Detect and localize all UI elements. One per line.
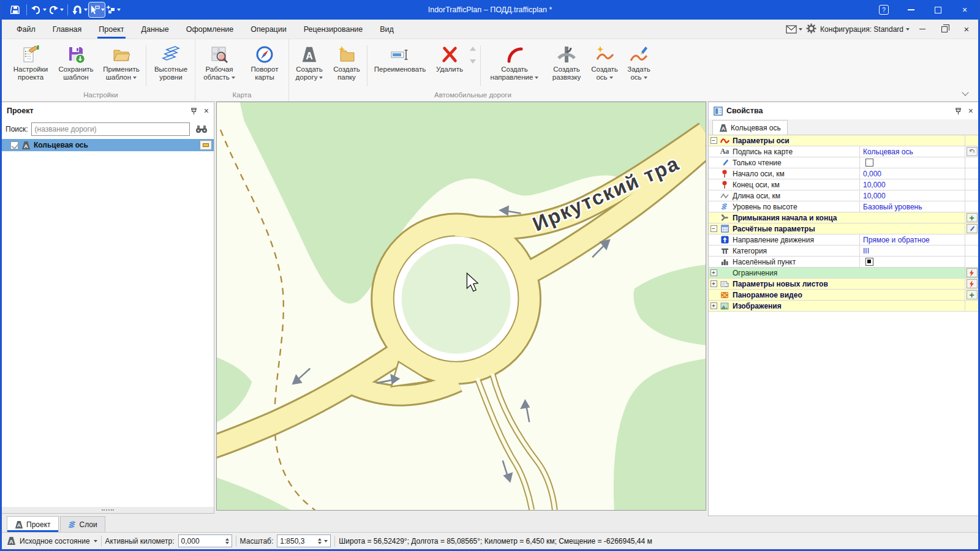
tab-project-panel[interactable]: A Проект (7, 516, 59, 532)
create-folder-button[interactable]: Создать папку (328, 42, 365, 90)
property-row-map-label[interactable]: Аа Подпись на карте Кольцевая ось (709, 146, 978, 157)
property-row-category[interactable]: Категория III (709, 246, 978, 257)
state-selector[interactable]: Исходное состояние (20, 537, 97, 545)
undo-value-button[interactable] (967, 147, 978, 156)
save-button[interactable] (8, 2, 23, 17)
pin-icon[interactable] (954, 107, 962, 115)
project-settings-button[interactable]: Настройки проекта (8, 42, 53, 90)
help-button[interactable]: ? (870, 0, 897, 20)
tab-view[interactable]: Вид (371, 20, 402, 39)
properties-object-tab[interactable]: A Кольцевая ось (712, 120, 788, 135)
rename-mode-button[interactable] (89, 2, 105, 17)
settlement-checkbox[interactable] (865, 258, 873, 266)
close-button[interactable]: × (951, 0, 978, 20)
quick-sheets-button[interactable] (967, 279, 978, 288)
spinner-arrows[interactable] (318, 538, 322, 544)
save-template-button[interactable]: Сохранить шаблон (53, 42, 99, 90)
property-group-panoramic-video[interactable]: Панорамное видео + (709, 290, 978, 301)
feedback-button[interactable] (786, 25, 802, 34)
tab-home[interactable]: Главная (44, 20, 91, 39)
property-row-traffic-direction[interactable]: Направление движения Прямое и обратное (709, 234, 978, 246)
create-road-button[interactable]: A Создать дорогу (290, 42, 328, 90)
restore-button[interactable] (935, 20, 954, 39)
apply-template-button[interactable]: Применить шаблон (99, 42, 144, 90)
length-icon (718, 192, 731, 200)
move-up-icon[interactable] (470, 47, 476, 51)
map-canvas[interactable]: Иркутский тра (216, 102, 706, 511)
minimize-ribbon-button[interactable] (913, 20, 932, 39)
close-document-button[interactable]: × (957, 20, 976, 39)
search-input[interactable] (31, 122, 190, 136)
property-group-restrictions[interactable]: + Ограничения (709, 268, 978, 279)
display-options-button[interactable] (106, 2, 121, 17)
tab-file[interactable]: Файл (8, 20, 44, 39)
active-km-spinner[interactable]: 0,000 (178, 534, 232, 547)
panel-resize-handle[interactable] (2, 507, 214, 513)
undo-button[interactable] (31, 2, 47, 17)
collapse-ribbon-button[interactable] (961, 89, 970, 97)
property-row-readonly[interactable]: Только чтение (709, 157, 978, 168)
create-direction-button[interactable]: Создать направление (483, 42, 546, 90)
property-row-axis-start[interactable]: Начало оси, км 0,000 (709, 168, 978, 179)
scale-spinner[interactable]: 1:850,3 (277, 534, 331, 547)
quick-restrictions-button[interactable] (967, 268, 978, 277)
map-rotation-button[interactable]: Поворот карты (242, 42, 287, 90)
close-icon[interactable]: × (204, 106, 209, 116)
property-row-settlement[interactable]: Населённый пункт (709, 257, 978, 268)
expand-icon[interactable]: + (710, 280, 717, 287)
button-label: Создать направление (491, 66, 533, 81)
maximize-button[interactable] (924, 0, 951, 20)
readonly-checkbox[interactable] (865, 159, 873, 167)
property-row-axis-end[interactable]: Конец оси, км 10,000 (709, 179, 978, 190)
edit-calc-params-button[interactable] (967, 224, 978, 233)
expand-icon[interactable]: + (710, 302, 717, 309)
property-group-junctions[interactable]: Примыкания начала и конца + (709, 212, 978, 223)
tab-layers-panel[interactable]: Слои (60, 516, 105, 532)
visibility-checkbox[interactable] (10, 141, 18, 149)
tab-operations[interactable]: Операции (242, 20, 295, 39)
property-row-axis-length[interactable]: Длина оси, км 10,000 (709, 190, 978, 201)
chevron-down-icon[interactable] (84, 9, 88, 11)
delete-button[interactable]: Удалить (431, 42, 469, 90)
work-area-button[interactable]: Рабочая область (197, 42, 242, 90)
tab-review[interactable]: Рецензирование (295, 20, 372, 39)
configuration-selector[interactable]: Конфигурация: Standard (820, 25, 910, 34)
close-icon[interactable]: × (968, 106, 973, 116)
revert-button[interactable] (72, 2, 88, 17)
chevron-down-icon[interactable] (43, 9, 47, 11)
kilometer-mark-button[interactable] (200, 140, 212, 150)
add-video-button[interactable]: + (967, 290, 978, 299)
chevron-down-icon[interactable] (324, 540, 328, 542)
property-group-images[interactable]: + Изображения (709, 301, 978, 312)
property-row-height-level[interactable]: Уровень по высоте Базовый уровень (709, 201, 978, 212)
tab-project[interactable]: Проект (90, 20, 132, 39)
minimize-button[interactable] (897, 0, 924, 20)
spinner-arrows[interactable] (225, 538, 229, 544)
left-bottom-tabs: A Проект Слои (2, 514, 214, 532)
tree-item-ring-axis[interactable]: A Кольцевая ось (2, 139, 214, 151)
scale-value[interactable]: 1:850,3 (280, 537, 315, 545)
expand-icon[interactable]: + (710, 269, 717, 276)
chevron-down-icon[interactable] (101, 9, 105, 11)
add-junction-button[interactable]: + (967, 213, 978, 222)
chevron-down-icon[interactable] (60, 9, 64, 11)
settings-button[interactable] (806, 23, 816, 36)
tab-styling[interactable]: Оформление (178, 20, 243, 39)
collapse-icon[interactable]: − (710, 137, 717, 144)
chevron-down-icon[interactable] (117, 9, 121, 11)
property-group-calc-params[interactable]: − Расчётные параметры (709, 223, 978, 234)
create-interchange-button[interactable]: Создать развязку (546, 42, 587, 90)
search-button[interactable] (193, 122, 210, 137)
set-axis-button[interactable]: Задать ось (622, 42, 655, 90)
create-axis-button[interactable]: Создать ось (587, 42, 622, 90)
height-levels-button[interactable]: Высотные уровни (148, 42, 194, 90)
move-down-icon[interactable] (470, 59, 476, 64)
collapse-icon[interactable]: − (710, 225, 717, 232)
property-group-new-sheets[interactable]: + Параметры новых листов (709, 279, 978, 290)
rename-button[interactable]: Переименовать (369, 42, 431, 90)
active-km-value[interactable]: 0,000 (181, 537, 223, 545)
property-group-axis-params[interactable]: − Параметры оси (709, 135, 978, 146)
pin-icon[interactable] (190, 107, 198, 115)
tab-data[interactable]: Данные (133, 20, 178, 39)
redo-button[interactable] (48, 2, 64, 17)
